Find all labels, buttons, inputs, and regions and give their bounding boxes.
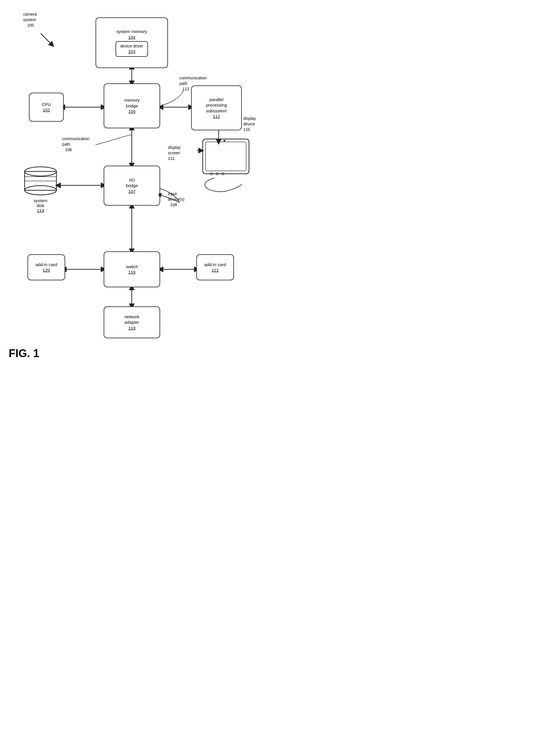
system-memory-box: system memory 104 device driver 103: [96, 17, 168, 68]
fig-label: FIG. 1: [9, 347, 39, 360]
display-device-label: displaydevice 110: [243, 116, 256, 132]
add-in-card-120-box: add-in card 120: [27, 254, 65, 280]
system-disk-shape: systemdisk 114: [23, 165, 58, 213]
camera-system-arrow: [38, 32, 55, 49]
comm-path-106-label: communicationpath 106: [62, 136, 89, 153]
add-in-card-121-box: add-in card 121: [196, 254, 234, 280]
network-adapter-box: networkadapter 118: [104, 306, 160, 338]
io-bridge-box: I/Obridge 107: [104, 166, 160, 206]
cpu-box: CPU 102: [29, 93, 64, 122]
device-driver-box: device driver 103: [116, 41, 148, 57]
camera-system-label: camerasystem 100: [23, 12, 37, 28]
svg-point-13: [223, 140, 225, 142]
parallel-processing-box: parallelprocessingsubsystem 112: [191, 85, 242, 130]
comm-path-113-label: communicationpath 113: [180, 75, 207, 92]
display-screen-label: displayscreen 111: [168, 145, 181, 161]
svg-rect-12: [205, 142, 246, 171]
disk-icon: [23, 165, 58, 197]
memory-bridge-box: memorybridge 105: [104, 83, 160, 128]
svg-rect-11: [203, 139, 249, 174]
svg-line-10: [41, 33, 52, 45]
switch-box: switch 116: [104, 251, 160, 287]
input-devices-arrow: [159, 191, 182, 208]
tablet-illustration: [197, 136, 261, 194]
diagram: camerasystem 100 system memory 104 devic…: [0, 0, 280, 365]
